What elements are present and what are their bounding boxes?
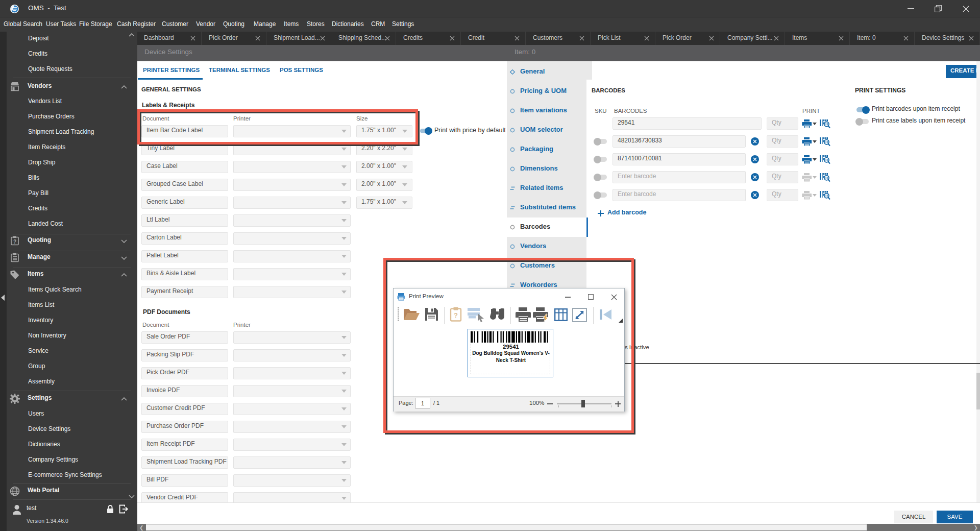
svg-text:?: ? <box>13 239 16 245</box>
